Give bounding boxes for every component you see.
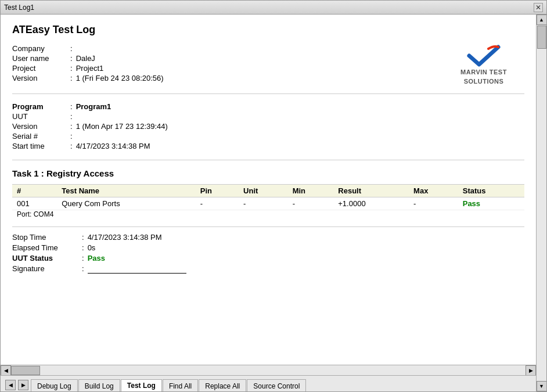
project-row: Project : Project1	[12, 64, 443, 73]
logo-line2: SOLUTIONS	[464, 78, 504, 85]
page-title: ATEasy Test Log	[12, 24, 524, 36]
title-bar: Test Log1 ✕	[1, 1, 546, 15]
tab-prev-button[interactable]: ◀	[5, 380, 16, 390]
col-min: Min	[288, 185, 334, 197]
tab-next-button[interactable]: ▶	[18, 380, 28, 390]
tab-replace-all[interactable]: Replace All	[199, 379, 246, 391]
stop-value: 4/17/2023 3:14:38 PM	[88, 233, 162, 242]
prog-version-row: Version : 1 (Mon Apr 17 23 12:39:44)	[12, 122, 524, 131]
logo-icon	[466, 44, 501, 67]
cell-pin: -	[196, 197, 239, 210]
elapsed-value: 0s	[88, 243, 96, 252]
tab-source-control[interactable]: Source Control	[247, 379, 306, 391]
port-info-row: Port: COM4	[12, 210, 524, 221]
company-label: Company	[12, 44, 70, 53]
v-scroll-thumb[interactable]	[537, 26, 546, 49]
username-value: DaleJ	[76, 54, 95, 63]
col-max: Max	[409, 185, 458, 197]
cell-num: 001	[12, 197, 57, 210]
col-num: #	[12, 185, 57, 197]
port-info: Port: COM4	[12, 210, 524, 221]
version-row: Version : 1 (Fri Feb 24 23 08:20:56)	[12, 74, 443, 82]
cell-unit: -	[239, 197, 288, 210]
window-title: Test Log1	[4, 3, 34, 12]
table-header-row: # Test Name Pin Unit Min Result Max Stat…	[12, 185, 524, 197]
start-label: Start time	[12, 142, 70, 150]
username-row: User name : DaleJ	[12, 54, 443, 63]
col-unit: Unit	[239, 185, 288, 197]
program-row: Program : Program1	[12, 102, 524, 111]
project-label: Project	[12, 64, 70, 73]
tab-build-log[interactable]: Build Log	[78, 379, 120, 391]
col-result: Result	[333, 185, 409, 197]
uut-status-label: UUT Status	[12, 254, 82, 262]
signature-row: Signature :	[12, 264, 524, 274]
col-pin: Pin	[196, 185, 239, 197]
signature-value	[88, 264, 186, 274]
serial-row: Serial # :	[12, 132, 524, 141]
tab-debug-log[interactable]: Debug Log	[31, 379, 78, 391]
test-table: # Test Name Pin Unit Min Result Max Stat…	[12, 184, 524, 221]
prog-version-label: Version	[12, 122, 70, 131]
logo-line1: MARVIN TEST	[460, 69, 507, 75]
task-title: Task 1 : Registry Access	[12, 168, 524, 178]
elapsed-label: Elapsed Time	[12, 243, 82, 252]
v-scroll-track[interactable]	[537, 25, 547, 381]
main-content: ATEasy Test Log Company : User name : Da…	[1, 15, 536, 391]
project-value: Project1	[76, 64, 104, 73]
tabs-bar: ◀ ▶ Debug LogBuild LogTest LogFind AllRe…	[1, 375, 536, 391]
header-info-section: Company : User name : DaleJ Project :	[12, 44, 524, 94]
col-test-name: Test Name	[57, 185, 196, 197]
cell-max: -	[409, 197, 458, 210]
footer-info: Stop Time : 4/17/2023 3:14:38 PM Elapsed…	[12, 233, 524, 274]
stop-label: Stop Time	[12, 233, 82, 242]
logo: MARVIN TEST SOLUTIONS	[460, 44, 507, 85]
signature-label: Signature	[12, 264, 82, 274]
h-scroll-thumb[interactable]	[11, 366, 40, 375]
scroll-left-button[interactable]: ◀	[1, 365, 11, 376]
cell-min: -	[288, 197, 334, 210]
scroll-down-button[interactable]: ▼	[537, 381, 547, 391]
start-row: Start time : 4/17/2023 3:14:38 PM	[12, 142, 524, 150]
task-section: Task 1 : Registry Access # Test Name Pin…	[12, 168, 524, 274]
cell-result: +1.0000	[333, 197, 409, 210]
start-value: 4/17/2023 3:14:38 PM	[76, 142, 150, 150]
info-fields: Company : User name : DaleJ Project :	[12, 44, 443, 85]
uut-status-value: Pass	[88, 254, 105, 262]
program-value: Program1	[76, 102, 111, 111]
table-row: 001 Query Com Ports - - - +1.0000 - Pass	[12, 197, 524, 210]
uut-status-row: UUT Status : Pass	[12, 254, 524, 262]
tab-find-all[interactable]: Find All	[163, 379, 198, 391]
scrollable-area[interactable]: ATEasy Test Log Company : User name : Da…	[1, 15, 536, 365]
vertical-scrollbar: ▲ ▼	[536, 15, 546, 391]
company-row: Company :	[12, 44, 443, 53]
section-divider	[12, 226, 524, 227]
stop-time-row: Stop Time : 4/17/2023 3:14:38 PM	[12, 233, 524, 242]
uut-label: UUT	[12, 112, 70, 121]
program-section: Program : Program1 UUT : Version : 1 (Mo…	[12, 102, 524, 160]
tab-test-log[interactable]: Test Log	[121, 379, 162, 391]
version-value: 1 (Fri Feb 24 23 08:20:56)	[76, 74, 164, 82]
serial-label: Serial #	[12, 132, 70, 141]
scroll-up-button[interactable]: ▲	[537, 15, 547, 25]
main-window: Test Log1 ✕ ATEasy Test Log Company :	[0, 0, 547, 392]
window-body: ATEasy Test Log Company : User name : Da…	[1, 15, 546, 391]
cell-test-name: Query Com Ports	[57, 197, 196, 210]
uut-row: UUT :	[12, 112, 524, 121]
h-scroll-track[interactable]	[11, 365, 526, 376]
version-label: Version	[12, 74, 70, 82]
logo-area: MARVIN TEST SOLUTIONS	[443, 44, 524, 85]
program-label: Program	[12, 102, 70, 111]
prog-version-value: 1 (Mon Apr 17 23 12:39:44)	[76, 122, 168, 131]
scroll-right-button[interactable]: ▶	[526, 365, 536, 376]
horizontal-scrollbar: ◀ ▶	[1, 365, 536, 375]
close-button[interactable]: ✕	[534, 3, 543, 12]
cell-status: Pass	[458, 197, 524, 210]
elapsed-row: Elapsed Time : 0s	[12, 243, 524, 252]
username-label: User name	[12, 54, 70, 63]
col-status: Status	[458, 185, 524, 197]
